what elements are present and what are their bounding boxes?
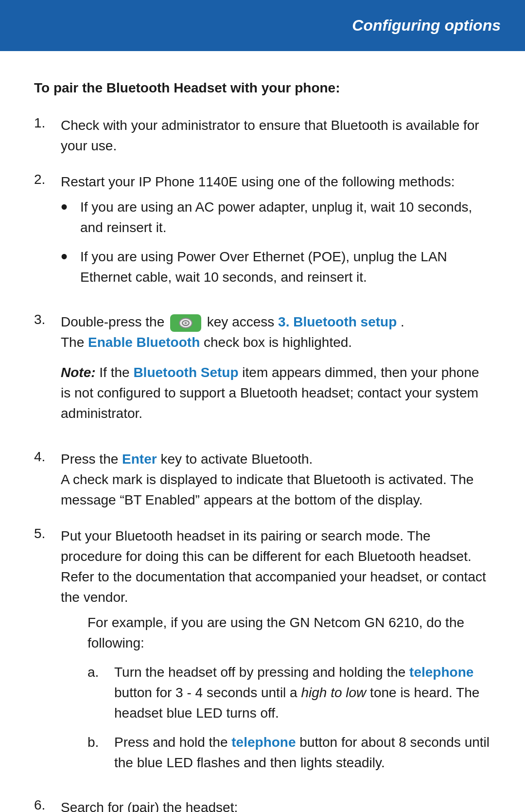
ex-b-link: telephone — [231, 735, 296, 750]
bullet-dot-2: • — [61, 247, 80, 266]
step-3-number: 3. — [34, 312, 61, 327]
ex-b-before: Press and hold the — [114, 735, 231, 750]
headset-key-icon — [170, 314, 201, 332]
bullet-list: • If you are using an AC power adapter, … — [61, 197, 491, 288]
example-content-a: Turn the headset off by pressing and hol… — [114, 662, 491, 723]
step-6-content: Search for (pair) the headset: a. Press … — [61, 797, 491, 812]
step-4-line2: A check mark is displayed to indicate th… — [61, 472, 473, 507]
step-6: 6. Search for (pair) the headset: a. Pre… — [34, 797, 491, 812]
bullet-text-1: If you are using an AC power adapter, un… — [80, 197, 491, 238]
step-3-content: Double-press the key access 3. Bluetooth… — [61, 312, 491, 433]
step-2-text: Restart your IP Phone 1140E using one of… — [61, 174, 455, 189]
note-block: Note: If the Bluetooth Setup item appear… — [61, 362, 491, 424]
step-4-number: 4. — [34, 449, 61, 465]
step-2-content: Restart your IP Phone 1140E using one of… — [61, 172, 491, 296]
step-6-text: Search for (pair) the headset: — [61, 800, 238, 812]
step-3-line2-after: check box is highlighted. — [204, 335, 352, 350]
example-content-b: Press and hold the telephone button for … — [114, 732, 491, 773]
step-5-content: Put your Bluetooth headset in its pairin… — [61, 526, 491, 782]
ex-a-after: button for 3 - 4 seconds until a — [114, 685, 301, 700]
ex-a-link: telephone — [409, 665, 473, 680]
example-block: For example, if you are using the GN Net… — [88, 613, 491, 773]
step-3: 3. Double-press the key access 3. Blueto… — [34, 312, 491, 433]
step-6-number: 6. — [34, 797, 61, 812]
example-intro: For example, if you are using the GN Net… — [88, 613, 491, 653]
step-4-text-before: Press the — [61, 451, 122, 467]
example-item-a: a. Turn the headset off by pressing and … — [88, 662, 491, 723]
step-3-text-before: Double-press the — [61, 314, 168, 329]
svg-point-1 — [185, 322, 187, 324]
step-4: 4. Press the Enter key to activate Bluet… — [34, 449, 491, 510]
note-link: Bluetooth Setup — [133, 365, 238, 380]
step-5-text: Put your Bluetooth headset in its pairin… — [61, 528, 486, 605]
ex-a-before: Turn the headset off by pressing and hol… — [114, 665, 409, 680]
bullet-item-2: • If you are using Power Over Ethernet (… — [61, 247, 491, 288]
example-label-a: a. — [88, 662, 114, 683]
main-content: To pair the Bluetooth Headset with your … — [0, 51, 525, 812]
step-1-text: Check with your administrator to ensure … — [61, 115, 491, 156]
step-1-number: 1. — [34, 115, 61, 131]
step-3-link1: 3. Bluetooth setup — [278, 314, 397, 329]
section-heading: To pair the Bluetooth Headset with your … — [34, 80, 491, 96]
step-3-line2-before: The — [61, 335, 88, 350]
step-4-content: Press the Enter key to activate Bluetoot… — [61, 449, 491, 510]
step-5-number: 5. — [34, 526, 61, 541]
example-item-b: b. Press and hold the telephone button f… — [88, 732, 491, 773]
step-3-text-after: key access — [207, 314, 278, 329]
step-1: 1. Check with your administrator to ensu… — [34, 115, 491, 156]
step-5: 5. Put your Bluetooth headset in its pai… — [34, 526, 491, 782]
step-3-period: . — [401, 314, 404, 329]
step-2-number: 2. — [34, 172, 61, 187]
header-bar: Configuring options — [0, 0, 525, 51]
step-4-text-after: key to activate Bluetooth. — [160, 451, 313, 467]
bullet-text-2: If you are using Power Over Ethernet (PO… — [80, 247, 491, 288]
note-label: Note: — [61, 365, 96, 380]
step-4-link: Enter — [122, 451, 157, 467]
step-3-link2: Enable Bluetooth — [88, 335, 200, 350]
key-icon-inner — [179, 318, 192, 328]
step-2: 2. Restart your IP Phone 1140E using one… — [34, 172, 491, 296]
bullet-item-1: • If you are using an AC power adapter, … — [61, 197, 491, 238]
ex-a-italic: high to low — [301, 685, 366, 700]
example-label-b: b. — [88, 732, 114, 753]
header-title: Configuring options — [352, 17, 501, 35]
bullet-dot-1: • — [61, 197, 80, 217]
note-text-before: If the — [99, 365, 133, 380]
